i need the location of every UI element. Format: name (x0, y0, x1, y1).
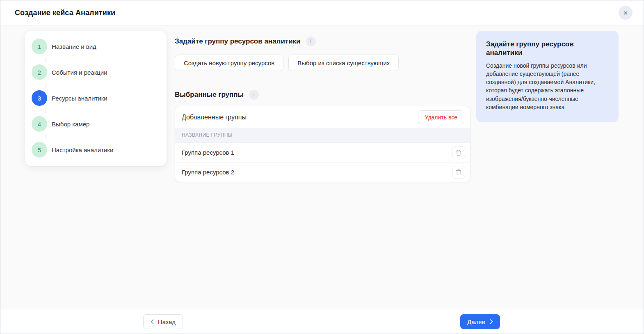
step-connector (46, 82, 46, 88)
create-new-group-button[interactable]: Создать новую группу ресурсов (175, 55, 283, 71)
column-header-group-name: НАЗВАНИЕ ГРУППЫ (175, 128, 470, 142)
stepper-step-name-and-type[interactable]: 1 Название и вид (32, 39, 160, 54)
close-button[interactable]: ✕ (619, 6, 633, 20)
step-number-badge: 5 (32, 142, 47, 158)
stepper-step-analytics-settings[interactable]: 5 Настройка аналитики (32, 142, 160, 158)
trash-icon (456, 169, 461, 176)
group-name: Группа ресурсов 1 (182, 149, 234, 156)
section-title: Задайте группу ресурсов аналитики (175, 37, 301, 46)
info-icon[interactable]: i (249, 90, 259, 100)
step-number-badge: 2 (32, 64, 47, 80)
help-panel-title: Задайте группу ресурсов аналитики (486, 40, 609, 57)
delete-row-button[interactable] (452, 146, 465, 159)
modal-footer: Назад Далее (0, 309, 644, 334)
step-number-badge: 3 (32, 90, 47, 106)
next-button-label: Далее (467, 318, 485, 325)
step-label: Настройка аналитики (52, 146, 113, 153)
resource-group-section-heading: Задайте группу ресурсов аналитики i (175, 37, 470, 46)
back-button[interactable]: Назад (143, 314, 183, 329)
step-label: Выбор камер (52, 121, 89, 128)
chevron-right-icon (490, 319, 493, 324)
stepper-step-analytics-resources[interactable]: 3 Ресурсы аналитики (32, 90, 160, 106)
next-button[interactable]: Далее (460, 314, 500, 329)
step-connector (46, 108, 46, 114)
main-content: Задайте группу ресурсов аналитики i Созд… (175, 31, 470, 182)
step-label: Название и вид (52, 43, 96, 50)
stepper-step-events-and-reactions[interactable]: 2 События и реакции (32, 64, 160, 80)
delete-row-button[interactable] (452, 166, 465, 179)
modal-header: Создание кейса Аналитики ✕ (0, 0, 644, 25)
added-groups-table: Добавленные группы Удалить все НАЗВАНИЕ … (175, 106, 470, 182)
stepper: 1 Название и вид 2 События и реакции 3 Р… (25, 31, 167, 166)
create-analytics-case-modal: Создание кейса Аналитики ✕ 1 Название и … (0, 0, 644, 334)
delete-all-button[interactable]: Удалить все (418, 110, 464, 124)
table-title: Добавленные группы (182, 114, 247, 121)
step-label: Ресурсы аналитики (52, 95, 107, 102)
selected-groups-section-heading: Выбранные группы i (175, 90, 470, 100)
chevron-left-icon (151, 319, 154, 324)
close-icon: ✕ (623, 10, 628, 16)
step-label: События и реакции (52, 69, 107, 76)
step-connector (46, 57, 46, 62)
table-row: Группа ресурсов 2 (175, 162, 470, 182)
group-name: Группа ресурсов 2 (182, 169, 234, 176)
section-title: Выбранные группы (175, 91, 244, 99)
table-row: Группа ресурсов 1 (175, 142, 470, 162)
help-panel: Задайте группу ресурсов аналитики Создан… (476, 31, 619, 122)
modal-body: 1 Название и вид 2 События и реакции 3 Р… (0, 25, 644, 309)
stepper-step-camera-selection[interactable]: 4 Выбор камер (32, 116, 160, 132)
page-title: Создание кейса Аналитики (15, 9, 115, 17)
trash-icon (456, 149, 461, 156)
table-header-row: Добавленные группы Удалить все (175, 106, 470, 128)
resource-group-actions: Создать новую группу ресурсов Выбор из с… (175, 55, 470, 71)
step-number-badge: 1 (32, 39, 47, 54)
step-number-badge: 4 (32, 116, 47, 132)
select-existing-group-button[interactable]: Выбор из списка существующих (288, 55, 399, 71)
info-icon[interactable]: i (306, 37, 316, 46)
help-panel-text: Создание новой группы ресурсов или добав… (486, 62, 609, 112)
back-button-label: Назад (158, 318, 176, 325)
step-connector (46, 134, 46, 140)
